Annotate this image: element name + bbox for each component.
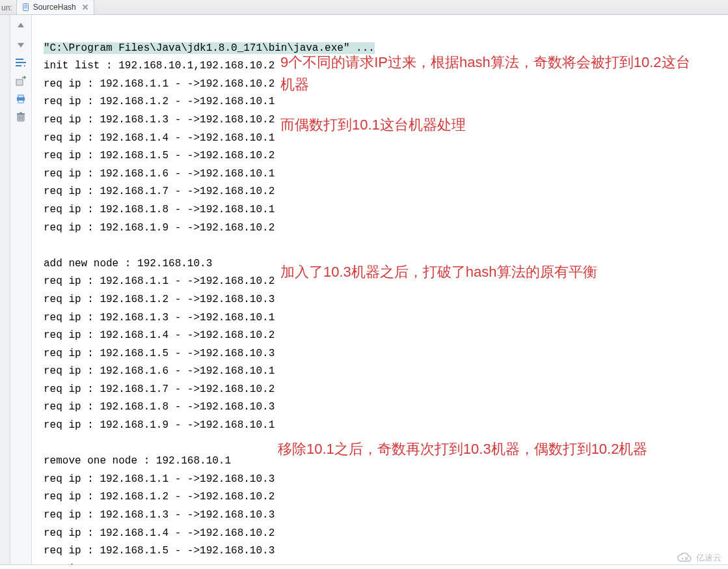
left-gutter-strip	[0, 15, 10, 567]
up-arrow-icon[interactable]	[14, 19, 28, 33]
file-icon	[22, 3, 30, 11]
annotation-3: 加入了10.3机器之后，打破了hash算法的原有平衡	[280, 261, 597, 283]
run-label: un:	[0, 3, 16, 14]
print-icon[interactable]	[14, 92, 28, 106]
down-arrow-icon[interactable]	[14, 37, 28, 51]
svg-rect-1	[16, 59, 23, 60]
cloud-icon	[677, 553, 692, 563]
console-output[interactable]: "C:\Program Files\Java\jdk1.8.0_171\bin\…	[32, 15, 728, 567]
export-icon[interactable]	[14, 74, 28, 88]
svg-rect-6	[18, 95, 23, 98]
close-icon[interactable]	[82, 4, 88, 10]
bottom-bar	[0, 564, 728, 569]
tab-sourcehash[interactable]: SourceHash	[16, 0, 94, 14]
svg-point-11	[682, 558, 683, 559]
console-toolbar	[10, 15, 32, 567]
watermark-text: 亿速云	[696, 552, 721, 564]
annotation-4: 移除10.1之后，奇数再次打到10.3机器，偶数打到10.2机器	[278, 438, 647, 460]
tab-label: SourceHash	[33, 3, 76, 12]
annotation-1: 9个不同的请求IP过来，根据hash算法，奇数将会被打到10.2这台机器	[280, 51, 690, 96]
svg-rect-3	[16, 65, 21, 66]
annotation-2: 而偶数打到10.1这台机器处理	[280, 114, 466, 136]
svg-rect-7	[18, 100, 23, 103]
watermark: 亿速云	[677, 552, 721, 564]
svg-rect-2	[16, 62, 26, 63]
wrap-text-icon[interactable]	[14, 55, 28, 70]
svg-rect-4	[16, 79, 23, 85]
svg-rect-0	[23, 4, 28, 11]
svg-rect-10	[20, 113, 22, 114]
trash-icon[interactable]	[14, 110, 28, 124]
run-tabbar: un: SourceHash	[0, 0, 728, 15]
svg-point-12	[685, 557, 687, 559]
